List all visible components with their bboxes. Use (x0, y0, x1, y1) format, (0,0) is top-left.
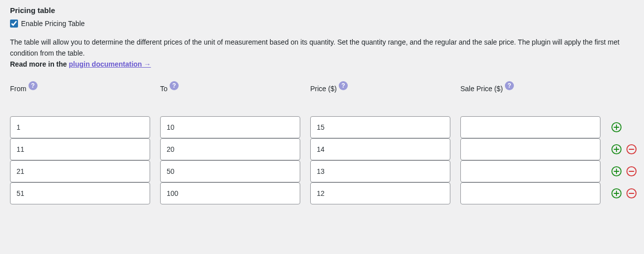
header-price: Price ($) ? (310, 84, 450, 93)
remove-row-button[interactable] (625, 187, 637, 199)
sale-price-input[interactable] (460, 116, 600, 138)
header-sale-price-label: Sale Price ($) (460, 85, 503, 93)
row-actions (610, 165, 644, 177)
help-icon[interactable]: ? (29, 81, 38, 90)
add-row-button[interactable] (610, 165, 622, 177)
help-icon[interactable]: ? (505, 81, 514, 90)
read-more-line: Read more in the plugin documentation → (10, 60, 634, 68)
sale-price-input[interactable] (460, 138, 600, 160)
remove-row-button[interactable] (625, 143, 637, 155)
header-from: From ? (10, 84, 150, 93)
sale-price-input[interactable] (460, 182, 600, 204)
header-to-label: To (160, 85, 168, 93)
add-row-button[interactable] (610, 143, 622, 155)
plus-circle-icon (611, 122, 622, 133)
help-icon[interactable]: ? (339, 81, 348, 90)
header-sale-price: Sale Price ($) ? (460, 84, 600, 93)
to-input[interactable] (160, 182, 300, 204)
from-input[interactable] (10, 160, 150, 182)
minus-circle-icon (626, 144, 637, 155)
enable-checkbox-row: Enable Pricing Table (10, 20, 634, 28)
pricing-table: From ? To ? Price ($) ? Sale Price ($) ? (10, 84, 634, 204)
to-input[interactable] (160, 138, 300, 160)
from-input[interactable] (10, 182, 150, 204)
price-input[interactable] (310, 160, 450, 182)
to-input[interactable] (160, 160, 300, 182)
price-input[interactable] (310, 138, 450, 160)
table-row (10, 182, 634, 204)
minus-circle-icon (626, 188, 637, 199)
sale-price-input[interactable] (460, 160, 600, 182)
header-to: To ? (160, 84, 300, 93)
remove-row-button[interactable] (625, 165, 637, 177)
add-row-button[interactable] (610, 121, 622, 133)
help-icon[interactable]: ? (170, 81, 179, 90)
row-actions (610, 143, 644, 155)
from-input[interactable] (10, 116, 150, 138)
row-actions (610, 187, 644, 199)
section-description: The table will allow you to determine th… (10, 37, 634, 59)
plus-circle-icon (611, 166, 622, 177)
section-title: Pricing table (10, 6, 634, 15)
price-input[interactable] (310, 182, 450, 204)
header-price-label: Price ($) (310, 85, 337, 93)
enable-pricing-checkbox[interactable] (10, 20, 18, 28)
row-actions (610, 121, 644, 133)
table-row (10, 160, 634, 182)
pricing-table-header-row: From ? To ? Price ($) ? Sale Price ($) ? (10, 84, 634, 93)
minus-circle-icon (626, 166, 637, 177)
table-row (10, 138, 634, 160)
to-input[interactable] (160, 116, 300, 138)
price-input[interactable] (310, 116, 450, 138)
read-more-prefix: Read more in the (10, 60, 69, 68)
table-row (10, 116, 634, 138)
enable-pricing-label[interactable]: Enable Pricing Table (21, 20, 85, 28)
header-from-label: From (10, 85, 27, 93)
plus-circle-icon (611, 188, 622, 199)
plus-circle-icon (611, 144, 622, 155)
add-row-button[interactable] (610, 187, 622, 199)
plugin-documentation-link[interactable]: plugin documentation → (69, 60, 151, 68)
from-input[interactable] (10, 138, 150, 160)
